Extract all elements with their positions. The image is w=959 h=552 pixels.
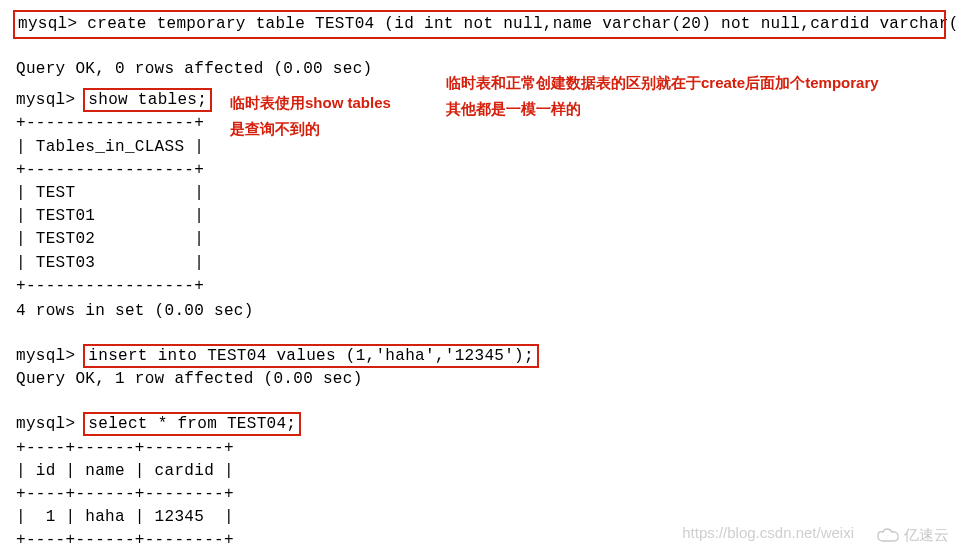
mysql-prompt: mysql> (18, 15, 77, 33)
table-row: | TEST03 | (16, 252, 943, 275)
insert-box: insert into TEST04 values (1,'haha','123… (85, 346, 537, 366)
insert-cmd: insert into TEST04 values (1,'haha','123… (88, 347, 534, 365)
table-header: | Tables_in_CLASS | (16, 136, 943, 159)
csdn-watermark: https://blog.csdn.net/weixi (682, 522, 854, 544)
result-border: +----+------+--------+ (16, 483, 943, 506)
result-border: +----+------+--------+ (16, 437, 943, 460)
annotation-temporary: 临时表和正常创建数据表的区别就在于create后面加个temporary 其他都… (446, 70, 946, 121)
show-result: 4 rows in set (0.00 sec) (16, 300, 943, 323)
annotation-temporary-line2: 其他都是一模一样的 (446, 96, 946, 122)
insert-result: Query OK, 1 row affected (0.00 sec) (16, 368, 943, 391)
annotation-show-tables: 临时表使用show tables是查询不到的 (230, 90, 400, 141)
select-box: select * from TEST04; (85, 414, 299, 434)
cloud-icon (876, 526, 902, 544)
show-tables-box: show tables; (85, 90, 210, 110)
mysql-prompt: mysql> (16, 91, 75, 109)
table-row: | TEST | (16, 182, 943, 205)
select-cmd: select * from TEST04; (88, 415, 296, 433)
yisu-watermark: 亿速云 (876, 524, 949, 546)
create-command-box: mysql> create temporary table TEST04 (id… (14, 11, 945, 38)
result-header: | id | name | cardid | (16, 460, 943, 483)
yisu-text: 亿速云 (904, 524, 949, 546)
mysql-prompt: mysql> (16, 347, 75, 365)
create-command-text: create temporary table TEST04 (id int no… (87, 15, 959, 33)
select-line: mysql> select * from TEST04; (16, 413, 943, 436)
annotation-temporary-line1: 临时表和正常创建数据表的区别就在于create后面加个temporary (446, 70, 946, 96)
mysql-prompt: mysql> (16, 415, 75, 433)
table-border: +-----------------+ (16, 159, 943, 182)
show-tables-cmd: show tables; (88, 91, 207, 109)
table-row: | TEST01 | (16, 205, 943, 228)
table-border: +-----------------+ (16, 275, 943, 298)
insert-line: mysql> insert into TEST04 values (1,'hah… (16, 345, 943, 368)
table-row: | TEST02 | (16, 228, 943, 251)
